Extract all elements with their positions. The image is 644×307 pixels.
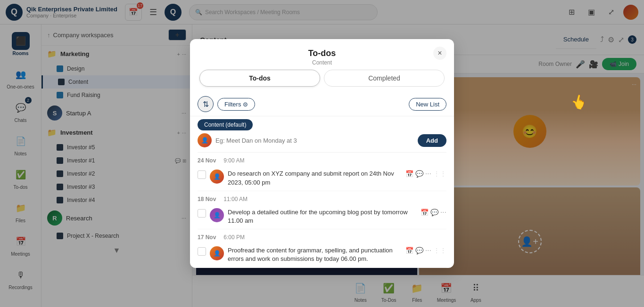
date-18nov: 18 Nov [198,196,216,202]
modal-subtitle: Content [312,59,332,66]
todo-avatar-1: 👤 [210,170,224,184]
todo-comment-icon-2[interactable]: 💬 [430,209,438,216]
todo-input-field[interactable] [215,137,414,144]
filter-icon: ⊜ [243,101,248,108]
todo-checkbox-3[interactable] [198,247,206,256]
todo-text-3: Proofread the content for grammar, spell… [228,246,402,263]
tab-todos[interactable]: To-dos [199,70,320,87]
todo-comment-icon-1[interactable]: 💬 [415,170,423,178]
todo-avatar-3: 👤 [210,246,224,260]
modal-overlay: 👆 To-dos Content × To-dos Completed ⇅ Fi… [0,0,644,307]
date-17nov: 17 Nov [198,234,216,241]
todo-more-1[interactable]: ··· [425,170,431,178]
todo-drag-3[interactable]: ⋮⋮ [433,247,446,254]
modal-header: To-dos Content × [190,39,454,70]
todo-more-3[interactable]: ··· [425,246,431,255]
todo-input-avatar: 👤 [198,133,212,147]
add-todo-button[interactable]: Add [418,134,446,147]
filter-button[interactable]: Filters ⊜ [217,98,255,111]
sort-button[interactable]: ⇅ [198,96,214,112]
todo-checkbox-2[interactable] [198,209,206,218]
todo-actions-3: 📅 💬 ··· ⋮⋮ [405,246,446,255]
todo-date-17nov: 17 Nov 6:00 PM [198,229,446,242]
active-list-row: Content (default) [190,116,454,129]
todo-text-2: Develop a detailed outline for the upcom… [228,208,417,225]
todo-actions-1: 📅 💬 ··· ⋮⋮ [405,170,446,178]
modal-body: 👤 Add 24 Nov 9:00 AM 👤 Do research on XY… [190,129,454,267]
tab-gap [320,70,324,87]
todo-section-18nov: 18 Nov 11:00 AM 👤 Develop a detailed out… [198,191,446,229]
todo-more-2[interactable]: ··· [440,208,446,217]
modal-close-button[interactable]: × [433,47,446,60]
tab-completed[interactable]: Completed [324,70,445,87]
todo-calendar-icon-3[interactable]: 📅 [405,247,413,254]
todo-section-24nov: 24 Nov 9:00 AM 👤 Do research on XYZ comp… [198,153,446,191]
todo-comment-icon-3[interactable]: 💬 [415,247,423,254]
cursor-pointer: 👆 [569,92,589,112]
date-24nov: 24 Nov [198,157,216,164]
modal-toolbar: ⇅ Filters ⊜ New List [190,92,454,116]
todo-drag-1[interactable]: ⋮⋮ [433,170,446,178]
todo-text-1: Do research on XYZ company and submit re… [228,170,402,186]
todo-avatar-2: 👤 [210,208,224,222]
todo-actions-2: 📅 💬 ··· [421,208,446,217]
todo-checkbox-1[interactable] [198,170,206,179]
todo-item-2: 👤 Develop a detailed outline for the upc… [198,204,446,229]
time-18nov: 11:00 AM [223,196,248,202]
time-17nov: 6:00 PM [223,234,245,241]
todo-item-3: 👤 Proofread the content for grammar, spe… [198,242,446,267]
todo-input-row: 👤 Add [198,129,446,153]
todo-modal: To-dos Content × To-dos Completed ⇅ Filt… [190,39,454,267]
todo-date-18nov: 18 Nov 11:00 AM [198,191,446,204]
modal-tabs: To-dos Completed [190,70,454,92]
todo-calendar-icon-2[interactable]: 📅 [421,209,429,216]
new-list-button[interactable]: New List [409,98,446,111]
todo-section-17nov: 17 Nov 6:00 PM 👤 Proofread the content f… [198,229,446,267]
modal-title: To-dos [308,48,336,58]
todo-item-1: 👤 Do research on XYZ company and submit … [198,166,446,191]
todo-date-24nov: 24 Nov 9:00 AM [198,153,446,166]
time-24nov: 9:00 AM [223,157,244,164]
todo-calendar-icon-1[interactable]: 📅 [405,170,413,178]
filter-label: Filters [224,101,241,108]
